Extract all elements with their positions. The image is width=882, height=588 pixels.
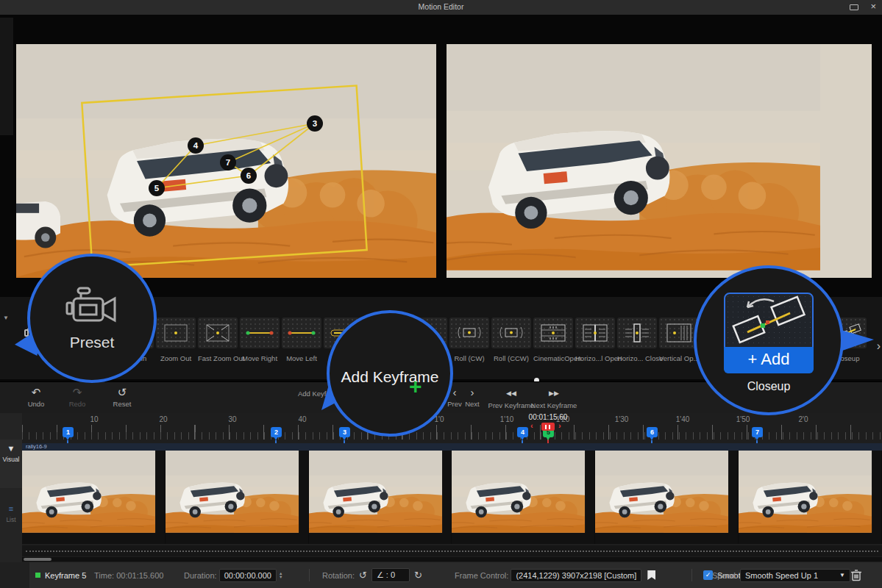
preset-item-roll-cw[interactable]: Roll (CW) <box>449 318 489 362</box>
preset-magnifier-label: Preset <box>70 334 115 351</box>
playhead-left-arrow-icon[interactable]: ‹ <box>530 421 533 430</box>
preset-item-vertical-open[interactable]: Vertical Op... <box>659 318 699 362</box>
preset-item-move-right[interactable]: Move Right <box>240 318 280 362</box>
preview-pane-result <box>447 44 872 278</box>
next-keyframe-icon: ▶▶ <box>524 388 584 399</box>
closeup-magnifier-label: Closeup <box>747 380 791 393</box>
ruler-label: 1'40 <box>676 415 690 423</box>
filmstrip-frame <box>595 451 739 544</box>
empty-track[interactable] <box>22 545 882 556</box>
undo-button[interactable]: ↶ Undo <box>24 387 49 408</box>
preset-item-roll-ccw[interactable]: Roll (CCW) <box>491 318 531 362</box>
crop-box[interactable] <box>82 85 366 267</box>
filmstrip-frame <box>309 451 452 544</box>
timeline-sidebar: ▼ Visual ≡ List <box>0 413 22 562</box>
preset-item-zoom-out[interactable]: Zoom Out <box>156 318 196 362</box>
timeline-keyframe-6[interactable]: 6 <box>647 427 658 437</box>
strip-scroll-right-icon[interactable]: › <box>877 340 881 353</box>
playhead-handle[interactable] <box>541 423 555 431</box>
timeline-keyframe-1[interactable]: 1 <box>63 427 74 437</box>
closeup-preset-card[interactable]: + Add <box>724 293 814 373</box>
current-time-label: 00:01:15.60 <box>529 413 568 421</box>
horizontal-close-thumbnail <box>617 318 657 348</box>
redo-icon: ↷ <box>65 387 90 398</box>
filmstrip-frame <box>452 451 595 544</box>
playhead-right-arrow-icon[interactable]: › <box>558 421 561 430</box>
tab-list[interactable]: ≡ List <box>0 500 22 548</box>
next-keyframe-button[interactable]: ▶▶ Next Keyframe <box>524 388 584 409</box>
closeup-motion-graphic <box>725 294 812 347</box>
preset-item-move-left[interactable]: Move Left <box>282 318 321 362</box>
bookmark-edit-icon[interactable] <box>647 570 655 580</box>
preset-magnifier: Preset <box>27 254 157 383</box>
rotation-control: Rotation: ↺ ∠ : 0 ↻ <box>322 562 427 588</box>
close-icon[interactable]: × <box>870 1 876 12</box>
vertical-open-thumbnail <box>659 318 699 348</box>
rotate-cw-icon[interactable]: ↻ <box>414 570 422 581</box>
speed-select[interactable]: Smooth Speed Up 1 ▼ <box>740 569 850 582</box>
closeup-magnifier: + Add Closeup <box>694 265 844 415</box>
next-icon: › <box>460 387 484 398</box>
preview-pane-edit[interactable]: 3 4 5 6 7 <box>16 44 436 278</box>
reset-button[interactable]: ↺ Reset <box>109 387 135 408</box>
duration-input[interactable]: 00:00:00.000 <box>219 569 277 582</box>
preset-item-fast-zoom-out[interactable]: Fast Zoom Out <box>198 318 238 362</box>
ruler-label: 1'50 <box>736 415 750 423</box>
zoom-out-thumbnail <box>156 318 196 348</box>
duration-down-icon[interactable]: ▼ <box>279 576 282 579</box>
timeline-track-area[interactable]: 10 20 30 40 50 1'0 1'10 1'20 1'30 1'40 1… <box>22 413 882 562</box>
move-right-thumbnail <box>240 318 280 348</box>
titlebar: Motion Editor × <box>0 0 882 15</box>
redo-button[interactable]: ↷ Redo <box>65 387 90 408</box>
timeline-scroll-handle[interactable] <box>24 558 51 561</box>
filmstrip-frame <box>166 451 309 544</box>
timeline-keyframe-3[interactable]: 3 <box>339 427 350 437</box>
preset-item-horizontal-open[interactable]: Horizo...l Open <box>575 318 615 362</box>
window-title: Motion Editor <box>0 2 882 11</box>
ruler-label: 20 <box>159 415 167 423</box>
maximize-icon[interactable] <box>850 4 858 10</box>
filmstrip-frame <box>739 451 882 544</box>
ruler-label: 1'30 <box>615 415 629 423</box>
time-status: Time: 00:01:15.600 <box>94 562 163 588</box>
frame-control-value[interactable]: (2414,1229) 3907x2198 [Custom] <box>511 569 641 582</box>
preview-area: 3 4 5 6 7 <box>0 15 882 297</box>
reset-icon: ↺ <box>109 387 135 398</box>
speed-select-group: Speed: Smooth Speed Up 1 ▼ <box>712 562 850 588</box>
fast-zoom-out-thumbnail <box>198 318 238 348</box>
funnel-icon: ▼ <box>0 444 22 453</box>
preset-item-cinematic-open[interactable]: CinematicOpen <box>533 318 573 362</box>
frame-control: Frame Control: (2414,1229) 3907x2198 [Cu… <box>455 562 655 588</box>
cinematic-open-thumbnail <box>533 318 573 348</box>
timeline-scrollbar[interactable] <box>22 557 882 562</box>
delete-keyframe-button[interactable] <box>850 569 862 581</box>
tab-visual[interactable]: ▼ Visual <box>0 440 22 488</box>
left-panel-edge <box>0 18 13 135</box>
add-keyframe-magnifier: + Add Keyframe <box>327 310 453 437</box>
roll-cw-thumbnail <box>449 318 489 348</box>
ruler-label: 30 <box>228 415 236 423</box>
rotate-ccw-icon[interactable]: ↺ <box>359 570 367 581</box>
camera-icon-large <box>60 285 124 326</box>
keyframe-point-5[interactable]: 5 <box>149 180 165 196</box>
active-keyframe-status: Keyframe 5 <box>35 562 86 588</box>
next-button[interactable]: › Next <box>460 387 484 408</box>
angle-input[interactable]: ∠ : 0 <box>371 568 410 582</box>
add-preset-button[interactable]: + Add <box>724 347 814 373</box>
preset-item-horizontal-close[interactable]: Horizo... Close <box>617 318 657 362</box>
ruler-label: 10 <box>90 415 98 423</box>
timeline-keyframe-4[interactable]: 4 <box>517 427 528 437</box>
list-icon: ≡ <box>0 504 22 513</box>
filmstrip-frame <box>22 451 166 544</box>
motion-editor-window: Motion Editor × 3 4 5 6 7 <box>0 0 882 588</box>
keyframe-point-7[interactable]: 7 <box>220 154 236 171</box>
filmstrip-track[interactable] <box>22 451 882 544</box>
time-value: 00:01:15.600 <box>116 571 163 580</box>
timeline-keyframe-7[interactable]: 7 <box>752 427 763 437</box>
keyframe-point-3[interactable]: 3 <box>307 115 323 132</box>
timeline-panel: ▼ Visual ≡ List 10 20 30 40 50 1'0 1'10 … <box>0 413 882 562</box>
keyframe-point-6[interactable]: 6 <box>241 168 257 184</box>
add-keyframe-magnifier-label: Add Keyframe <box>341 368 438 386</box>
keyframe-point-4[interactable]: 4 <box>188 137 204 154</box>
timeline-keyframe-2[interactable]: 2 <box>271 427 282 437</box>
